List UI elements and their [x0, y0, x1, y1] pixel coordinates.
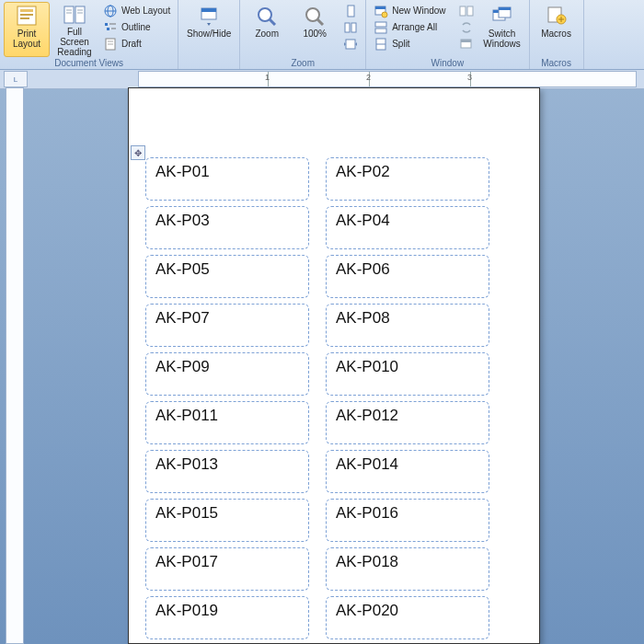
page-wrap: ✥ AK-P01AK-P03AK-P05AK-P07AK-P09AK-P011A… — [24, 87, 644, 644]
svg-rect-44 — [499, 7, 511, 10]
zoom-100-button[interactable]: 100% — [292, 2, 338, 57]
svg-rect-26 — [348, 6, 354, 17]
svg-line-23 — [270, 19, 275, 25]
svg-rect-1 — [20, 9, 33, 12]
label-cell[interactable]: AK-P06 — [326, 255, 489, 298]
label-prefix: AK-P0 — [155, 504, 201, 522]
reset-window-button[interactable] — [455, 36, 477, 52]
label-prefix: AK-P0 — [336, 504, 381, 522]
two-pages-icon — [343, 20, 358, 35]
svg-rect-27 — [345, 23, 350, 32]
label-cell[interactable]: AK-P08 — [326, 304, 489, 347]
label-cell[interactable]: AK-P09 — [145, 352, 309, 396]
label-cell[interactable]: AK-P04 — [326, 206, 489, 249]
label-number: 5 — [201, 260, 209, 278]
label-cell[interactable]: AK-P013 — [145, 450, 309, 493]
outline-button[interactable]: Outline — [99, 19, 174, 35]
label-number: 11 — [201, 407, 218, 424]
split-button[interactable]: Split — [370, 36, 449, 52]
outline-icon — [103, 20, 118, 35]
web-layout-button[interactable]: Web Layout — [99, 3, 174, 18]
new-window-icon — [374, 4, 388, 18]
view-side-by-side-button[interactable] — [455, 3, 477, 18]
full-screen-reading-button[interactable]: Full Screen Reading — [52, 2, 98, 57]
label-prefix: AK-P0 — [336, 455, 381, 473]
group-zoom: Zoom 100% Zoom — [240, 0, 366, 69]
showhide-button[interactable]: Show/Hide — [186, 2, 232, 57]
showhide-icon — [196, 5, 222, 27]
arrange-all-button[interactable]: Arrange All — [370, 19, 449, 35]
label-number: 3 — [201, 212, 209, 229]
label-cell[interactable]: AK-P018 — [326, 547, 489, 591]
label-number: 20 — [381, 602, 398, 619]
label-number: 10 — [381, 358, 398, 375]
switch-windows-button[interactable]: Switch Windows — [479, 2, 525, 57]
label-number: 18 — [381, 553, 398, 570]
label-number: 1 — [201, 163, 209, 180]
label-cell[interactable]: AK-P03 — [145, 206, 309, 249]
svg-rect-5 — [75, 6, 85, 23]
group-showhide: Show/Hide — [178, 0, 240, 69]
arrange-all-icon — [374, 20, 388, 35]
svg-point-22 — [259, 8, 271, 21]
svg-line-25 — [317, 19, 323, 25]
label-cell[interactable]: AK-P02 — [326, 157, 489, 201]
zoom-100-label: 100% — [303, 29, 327, 39]
label-cell[interactable]: AK-P014 — [326, 450, 489, 493]
ribbon: Print Layout Full Screen Reading Web Lay… — [0, 0, 644, 70]
tab-selector[interactable]: L — [4, 71, 28, 87]
ruler-mark: 1 — [265, 73, 270, 82]
svg-rect-3 — [20, 17, 29, 19]
svg-rect-29 — [346, 40, 355, 49]
sync-scroll-button[interactable] — [455, 19, 477, 35]
table-move-handle[interactable]: ✥ — [131, 145, 145, 160]
workspace: ✥ AK-P01AK-P03AK-P05AK-P07AK-P09AK-P011A… — [0, 87, 644, 644]
switch-windows-icon — [489, 5, 515, 27]
group-label-zoom: Zoom — [244, 57, 362, 70]
print-layout-icon — [14, 5, 40, 27]
zoom-button[interactable]: Zoom — [244, 2, 290, 57]
label-cell[interactable]: AK-P017 — [145, 547, 309, 591]
new-window-button[interactable]: New Window — [370, 3, 449, 18]
document-page[interactable]: ✥ AK-P01AK-P03AK-P05AK-P07AK-P09AK-P011A… — [128, 87, 540, 644]
label-cell[interactable]: AK-P01 — [145, 157, 309, 201]
macros-button[interactable]: Macros — [534, 2, 580, 57]
zoom-label: Zoom — [255, 29, 279, 39]
label-number: 19 — [201, 602, 218, 619]
label-cell[interactable]: AK-P05 — [145, 255, 309, 298]
label-cell[interactable]: AK-P012 — [326, 401, 489, 444]
label-cell[interactable]: AK-P015 — [145, 499, 309, 542]
label-column-2: AK-P02AK-P04AK-P06AK-P08AK-P010AK-P012AK… — [326, 157, 489, 639]
vertical-ruler[interactable] — [6, 87, 24, 644]
page-width-button[interactable] — [339, 36, 362, 52]
label-number: 9 — [201, 358, 209, 375]
one-page-icon — [343, 4, 358, 18]
label-cell[interactable]: AK-P07 — [145, 304, 309, 347]
svg-rect-2 — [20, 14, 33, 16]
svg-rect-40 — [461, 40, 471, 42]
print-layout-button[interactable]: Print Layout — [4, 2, 50, 57]
new-window-label: New Window — [392, 6, 445, 16]
arrange-all-label: Arrange All — [392, 22, 437, 32]
label-cell[interactable]: AK-P011 — [145, 401, 309, 444]
svg-rect-28 — [351, 23, 356, 32]
switch-windows-label: Switch Windows — [480, 29, 524, 49]
svg-rect-33 — [375, 22, 386, 27]
draft-button[interactable]: Draft — [99, 36, 174, 52]
label-prefix: AK-P0 — [155, 358, 201, 375]
one-page-button[interactable] — [339, 3, 362, 18]
label-cell[interactable]: AK-P016 — [326, 499, 489, 542]
label-cell[interactable]: AK-P019 — [145, 596, 309, 639]
label-prefix: AK-P0 — [155, 260, 201, 278]
label-cell[interactable]: AK-P020 — [326, 596, 489, 639]
svg-rect-38 — [467, 6, 473, 16]
label-prefix: AK-P0 — [336, 260, 381, 278]
group-macros: Macros Macros — [530, 0, 584, 69]
label-prefix: AK-P0 — [155, 455, 201, 473]
label-cell[interactable]: AK-P010 — [326, 352, 489, 396]
label-column-1: AK-P01AK-P03AK-P05AK-P07AK-P09AK-P011AK-… — [145, 157, 309, 639]
zoom-icon — [254, 5, 280, 27]
label-prefix: AK-P0 — [155, 553, 201, 570]
two-pages-button[interactable] — [339, 19, 362, 35]
horizontal-ruler[interactable]: 123 — [138, 71, 637, 87]
